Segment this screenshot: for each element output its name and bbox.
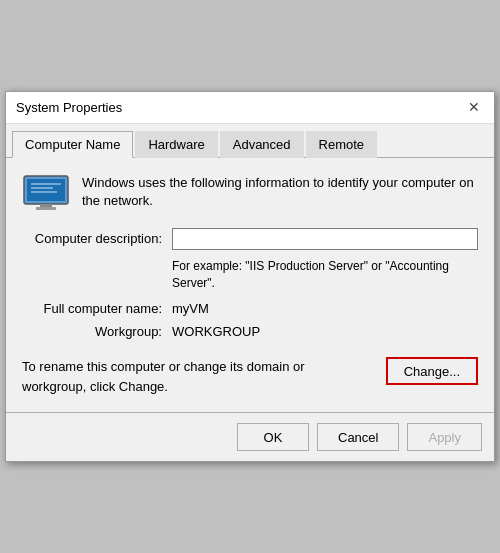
svg-rect-1 xyxy=(27,179,65,201)
full-name-row: Full computer name: myVM xyxy=(22,301,478,316)
description-input[interactable] xyxy=(172,228,478,250)
rename-section: To rename this computer or change its do… xyxy=(22,353,478,396)
tabs-bar: Computer Name Hardware Advanced Remote xyxy=(6,124,494,158)
full-name-value: myVM xyxy=(172,301,209,316)
computer-icon xyxy=(22,174,70,214)
tab-advanced[interactable]: Advanced xyxy=(220,131,304,158)
svg-rect-5 xyxy=(31,187,53,189)
cancel-button[interactable]: Cancel xyxy=(317,423,399,451)
description-label: Computer description: xyxy=(22,231,172,246)
workgroup-label: Workgroup: xyxy=(22,324,172,339)
change-button[interactable]: Change... xyxy=(386,357,478,385)
info-row: Windows uses the following information t… xyxy=(22,174,478,214)
apply-button[interactable]: Apply xyxy=(407,423,482,451)
window-title: System Properties xyxy=(16,100,122,115)
description-hint: For example: "IIS Production Server" or … xyxy=(172,258,478,292)
system-properties-dialog: System Properties ✕ Computer Name Hardwa… xyxy=(5,91,495,463)
workgroup-row: Workgroup: WORKGROUP xyxy=(22,324,478,339)
bottom-bar: OK Cancel Apply xyxy=(6,412,494,461)
tab-content: Windows uses the following information t… xyxy=(6,158,494,413)
full-name-label: Full computer name: xyxy=(22,301,172,316)
svg-rect-6 xyxy=(31,191,57,193)
tab-hardware[interactable]: Hardware xyxy=(135,131,217,158)
svg-rect-3 xyxy=(36,207,56,210)
rename-description: To rename this computer or change its do… xyxy=(22,357,312,396)
tab-computer-name[interactable]: Computer Name xyxy=(12,131,133,158)
description-row: Computer description: xyxy=(22,228,478,250)
tab-remote[interactable]: Remote xyxy=(306,131,378,158)
title-bar: System Properties ✕ xyxy=(6,92,494,124)
form-section: Computer description: For example: "IIS … xyxy=(22,228,478,340)
ok-button[interactable]: OK xyxy=(237,423,309,451)
info-description: Windows uses the following information t… xyxy=(82,174,478,210)
workgroup-value: WORKGROUP xyxy=(172,324,260,339)
svg-rect-4 xyxy=(31,183,61,185)
close-button[interactable]: ✕ xyxy=(464,97,484,117)
